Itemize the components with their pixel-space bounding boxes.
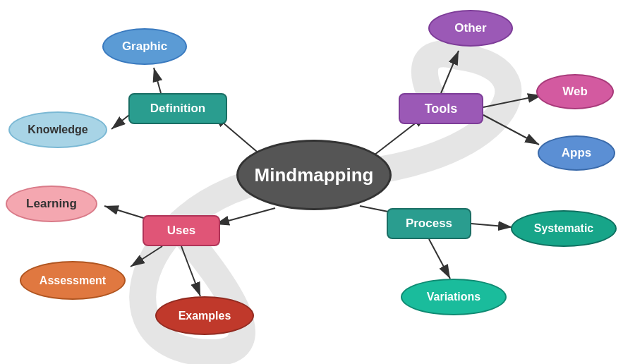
systematic-node: Systematic	[511, 210, 617, 247]
center-label: Mindmapping	[255, 164, 374, 186]
tools-label: Tools	[425, 102, 458, 116]
svg-line-2	[154, 68, 161, 93]
other-node: Other	[428, 10, 513, 47]
knowledge-node: Knowledge	[8, 111, 107, 148]
graphic-node: Graphic	[102, 28, 187, 65]
apps-label: Apps	[562, 146, 592, 160]
definition-node: Definition	[128, 93, 227, 124]
graphic-label: Graphic	[122, 40, 167, 54]
svg-line-4	[215, 208, 275, 224]
other-label: Other	[454, 21, 486, 35]
systematic-label: Systematic	[534, 222, 594, 235]
center-node: Mindmapping	[236, 140, 392, 210]
examples-label: Examples	[179, 310, 231, 322]
svg-line-13	[471, 224, 512, 227]
assessment-node: Assessment	[20, 261, 126, 300]
variations-node: Variations	[401, 279, 507, 315]
variations-label: Variations	[427, 291, 480, 303]
process-node: Process	[387, 208, 471, 239]
web-label: Web	[562, 85, 588, 99]
svg-line-14	[429, 239, 450, 279]
assessment-label: Assessment	[40, 274, 106, 287]
web-node: Web	[536, 74, 614, 109]
uses-label: Uses	[167, 224, 196, 238]
definition-label: Definition	[150, 102, 205, 116]
knowledge-label: Knowledge	[28, 123, 87, 136]
learning-node: Learning	[6, 186, 97, 222]
process-label: Process	[406, 217, 452, 231]
apps-node: Apps	[538, 135, 615, 171]
uses-node: Uses	[143, 215, 220, 246]
tools-node: Tools	[399, 93, 483, 124]
examples-node: Examples	[155, 296, 254, 335]
learning-label: Learning	[26, 197, 77, 211]
